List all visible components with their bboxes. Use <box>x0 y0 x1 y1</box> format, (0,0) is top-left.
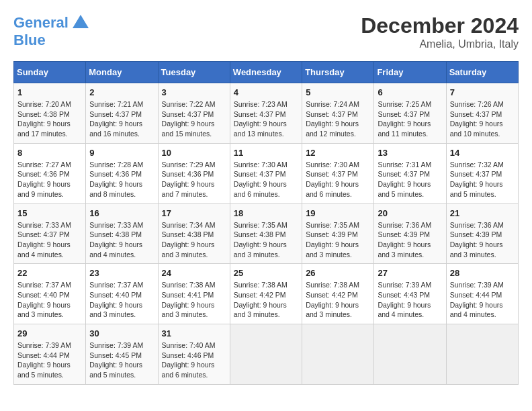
calendar-cell: 27 Sunrise: 7:39 AM Sunset: 4:43 PM Dayl… <box>374 264 446 324</box>
day-info: Sunrise: 7:27 AM Sunset: 4:36 PM Dayligh… <box>17 160 82 199</box>
day-number: 27 <box>378 268 442 278</box>
day-info: Sunrise: 7:22 AM Sunset: 4:37 PM Dayligh… <box>162 99 226 139</box>
day-number: 11 <box>234 148 298 158</box>
day-number: 24 <box>162 268 226 278</box>
day-info: Sunrise: 7:26 AM Sunset: 4:37 PM Dayligh… <box>450 99 515 139</box>
calendar-row: 15 Sunrise: 7:33 AM Sunset: 4:37 PM Dayl… <box>14 203 519 264</box>
day-number: 3 <box>162 87 226 97</box>
day-info: Sunrise: 7:35 AM Sunset: 4:38 PM Dayligh… <box>234 220 298 260</box>
calendar-row: 1 Sunrise: 7:20 AM Sunset: 4:38 PM Dayli… <box>14 83 519 144</box>
day-number: 16 <box>89 208 154 218</box>
calendar-cell: 31 Sunrise: 7:40 AM Sunset: 4:46 PM Dayl… <box>158 324 230 385</box>
weekday-header: Monday <box>86 62 158 83</box>
calendar-row: 8 Sunrise: 7:27 AM Sunset: 4:36 PM Dayli… <box>14 143 519 203</box>
day-number: 21 <box>450 208 515 218</box>
day-info: Sunrise: 7:34 AM Sunset: 4:38 PM Dayligh… <box>162 220 226 260</box>
calendar-cell: 16 Sunrise: 7:33 AM Sunset: 4:38 PM Dayl… <box>86 203 158 264</box>
day-number: 29 <box>17 328 82 338</box>
calendar-cell: 22 Sunrise: 7:37 AM Sunset: 4:40 PM Dayl… <box>14 264 86 324</box>
calendar-row: 22 Sunrise: 7:37 AM Sunset: 4:40 PM Dayl… <box>14 264 519 324</box>
weekday-header-row: SundayMondayTuesdayWednesdayThursdayFrid… <box>14 62 519 83</box>
day-number: 23 <box>89 268 154 278</box>
day-number: 22 <box>17 268 82 278</box>
day-info: Sunrise: 7:39 AM Sunset: 4:43 PM Dayligh… <box>378 280 442 320</box>
day-info: Sunrise: 7:31 AM Sunset: 4:37 PM Dayligh… <box>378 160 442 199</box>
day-number: 10 <box>162 148 226 158</box>
day-number: 2 <box>89 87 154 97</box>
calendar-cell: 21 Sunrise: 7:36 AM Sunset: 4:39 PM Dayl… <box>446 203 518 264</box>
day-info: Sunrise: 7:35 AM Sunset: 4:39 PM Dayligh… <box>306 220 370 260</box>
day-number: 25 <box>234 268 298 278</box>
month-title: December 2024 <box>361 13 519 38</box>
day-info: Sunrise: 7:40 AM Sunset: 4:46 PM Dayligh… <box>162 340 226 380</box>
day-number: 12 <box>306 148 370 158</box>
calendar-cell: 26 Sunrise: 7:38 AM Sunset: 4:42 PM Dayl… <box>302 264 374 324</box>
calendar-cell <box>374 324 446 385</box>
day-info: Sunrise: 7:30 AM Sunset: 4:37 PM Dayligh… <box>306 160 370 199</box>
calendar-cell: 20 Sunrise: 7:36 AM Sunset: 4:39 PM Dayl… <box>374 203 446 264</box>
day-number: 31 <box>162 328 226 338</box>
weekday-header: Sunday <box>14 62 86 83</box>
calendar-cell: 3 Sunrise: 7:22 AM Sunset: 4:37 PM Dayli… <box>158 83 230 144</box>
day-info: Sunrise: 7:37 AM Sunset: 4:40 PM Dayligh… <box>89 280 154 320</box>
weekday-header: Saturday <box>446 62 518 83</box>
day-number: 5 <box>306 87 370 97</box>
day-info: Sunrise: 7:24 AM Sunset: 4:37 PM Dayligh… <box>306 99 370 139</box>
calendar-table: SundayMondayTuesdayWednesdayThursdayFrid… <box>13 61 519 385</box>
calendar-cell: 30 Sunrise: 7:39 AM Sunset: 4:45 PM Dayl… <box>86 324 158 385</box>
day-info: Sunrise: 7:39 AM Sunset: 4:44 PM Dayligh… <box>450 280 515 320</box>
calendar-header: SundayMondayTuesdayWednesdayThursdayFrid… <box>14 62 519 83</box>
weekday-header: Tuesday <box>158 62 230 83</box>
calendar-cell: 8 Sunrise: 7:27 AM Sunset: 4:36 PM Dayli… <box>14 143 86 203</box>
calendar-cell: 19 Sunrise: 7:35 AM Sunset: 4:39 PM Dayl… <box>302 203 374 264</box>
day-info: Sunrise: 7:37 AM Sunset: 4:40 PM Dayligh… <box>17 280 82 320</box>
day-number: 4 <box>234 87 298 97</box>
day-info: Sunrise: 7:38 AM Sunset: 4:41 PM Dayligh… <box>162 280 226 320</box>
logo-text2: Blue <box>13 32 90 48</box>
calendar-cell: 5 Sunrise: 7:24 AM Sunset: 4:37 PM Dayli… <box>302 83 374 144</box>
calendar-cell: 14 Sunrise: 7:32 AM Sunset: 4:37 PM Dayl… <box>446 143 518 203</box>
day-number: 28 <box>450 268 515 278</box>
day-number: 26 <box>306 268 370 278</box>
day-info: Sunrise: 7:36 AM Sunset: 4:39 PM Dayligh… <box>450 220 515 260</box>
day-info: Sunrise: 7:20 AM Sunset: 4:38 PM Dayligh… <box>17 99 82 139</box>
calendar-cell: 9 Sunrise: 7:28 AM Sunset: 4:36 PM Dayli… <box>86 143 158 203</box>
calendar-cell: 15 Sunrise: 7:33 AM Sunset: 4:37 PM Dayl… <box>14 203 86 264</box>
calendar-cell: 6 Sunrise: 7:25 AM Sunset: 4:37 PM Dayli… <box>374 83 446 144</box>
day-info: Sunrise: 7:33 AM Sunset: 4:37 PM Dayligh… <box>17 220 82 260</box>
calendar-cell <box>446 324 518 385</box>
day-number: 17 <box>162 208 226 218</box>
logo: General Blue <box>13 13 90 48</box>
day-number: 13 <box>378 148 442 158</box>
calendar-cell: 25 Sunrise: 7:38 AM Sunset: 4:42 PM Dayl… <box>230 264 302 324</box>
day-info: Sunrise: 7:38 AM Sunset: 4:42 PM Dayligh… <box>234 280 298 320</box>
day-info: Sunrise: 7:39 AM Sunset: 4:44 PM Dayligh… <box>17 340 82 380</box>
day-info: Sunrise: 7:25 AM Sunset: 4:37 PM Dayligh… <box>378 99 442 139</box>
day-info: Sunrise: 7:33 AM Sunset: 4:38 PM Dayligh… <box>89 220 154 260</box>
calendar-cell <box>230 324 302 385</box>
day-number: 8 <box>17 148 82 158</box>
logo-text: General <box>13 15 69 31</box>
day-info: Sunrise: 7:28 AM Sunset: 4:36 PM Dayligh… <box>89 160 154 199</box>
day-info: Sunrise: 7:32 AM Sunset: 4:37 PM Dayligh… <box>450 160 515 199</box>
day-info: Sunrise: 7:36 AM Sunset: 4:39 PM Dayligh… <box>378 220 442 260</box>
calendar-cell: 4 Sunrise: 7:23 AM Sunset: 4:37 PM Dayli… <box>230 83 302 144</box>
day-info: Sunrise: 7:29 AM Sunset: 4:36 PM Dayligh… <box>162 160 226 199</box>
weekday-header: Wednesday <box>230 62 302 83</box>
day-number: 1 <box>17 87 82 97</box>
calendar-cell: 24 Sunrise: 7:38 AM Sunset: 4:41 PM Dayl… <box>158 264 230 324</box>
calendar-row: 29 Sunrise: 7:39 AM Sunset: 4:44 PM Dayl… <box>14 324 519 385</box>
weekday-header: Thursday <box>302 62 374 83</box>
day-info: Sunrise: 7:30 AM Sunset: 4:37 PM Dayligh… <box>234 160 298 199</box>
calendar-cell: 29 Sunrise: 7:39 AM Sunset: 4:44 PM Dayl… <box>14 324 86 385</box>
calendar-cell: 28 Sunrise: 7:39 AM Sunset: 4:44 PM Dayl… <box>446 264 518 324</box>
day-number: 20 <box>378 208 442 218</box>
day-number: 7 <box>450 87 515 97</box>
calendar-cell: 12 Sunrise: 7:30 AM Sunset: 4:37 PM Dayl… <box>302 143 374 203</box>
day-number: 6 <box>378 87 442 97</box>
day-number: 19 <box>306 208 370 218</box>
calendar-cell: 17 Sunrise: 7:34 AM Sunset: 4:38 PM Dayl… <box>158 203 230 264</box>
calendar-cell: 7 Sunrise: 7:26 AM Sunset: 4:37 PM Dayli… <box>446 83 518 144</box>
weekday-header: Friday <box>374 62 446 83</box>
day-number: 9 <box>89 148 154 158</box>
